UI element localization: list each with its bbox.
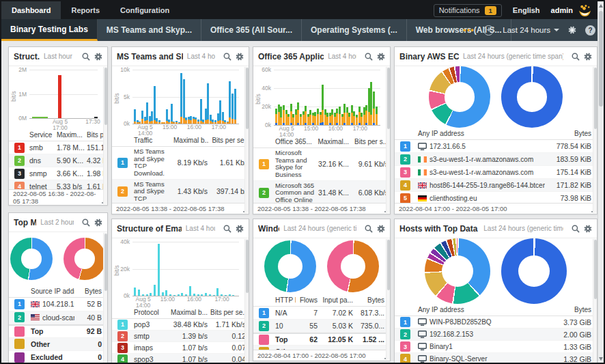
notifications-count-badge: 1 [485,6,496,15]
settings-gear-icon[interactable] [568,26,576,34]
table-row[interactable]: 5clienthosting.eu73.98 KiB [395,192,597,203]
widget-scrollbar-thumb[interactable] [104,68,107,125]
widget-scrollbar[interactable] [103,233,107,363]
page-scrollbar[interactable] [597,1,604,363]
table-row[interactable]: 4spop31.07 b/s0.0480 B [112,354,249,363]
dashboard-tab-3[interactable]: Operating Systems (... [302,19,407,41]
search-icon[interactable] [82,219,90,227]
widget-scrollbar[interactable] [386,67,390,213]
table-row[interactable]: Other0 [9,338,107,352]
dashboard-tab-1[interactable]: MS Teams and Skyp... [98,19,201,41]
table-row[interactable]: 4host86-144-255-19.range86-144.btcentral… [395,179,597,192]
widget-scrollbar[interactable] [244,239,249,363]
time-range-label: Last 24 hours (generic time span) [483,225,563,232]
table-row[interactable]: 2s3-eu-west-1-r-w.amazonaws.com183.59 Ki… [395,153,597,166]
widget-scrollbar[interactable] [103,67,107,204]
donut-hole [341,254,366,279]
row-label: MS Teams and Skype TCP Download. [132,148,172,178]
tab-overflow-menu[interactable]: ••• [463,26,475,34]
topbar-tab-reports[interactable]: Reports [61,1,110,19]
table-row[interactable]: 3Binary11.33 GiB [395,341,597,353]
global-time-range-select[interactable]: Last 24 hours [503,26,559,34]
widget-scrollbar-thumb[interactable] [594,240,597,299]
table-row[interactable]: 2dns5.90 K...4.32 K... [9,154,107,167]
table-row[interactable]: 4telnet5.33 b/s1.61 b/s [9,180,107,189]
table-row[interactable]: 1pop338.48 Kb/s1.71 Kb/s2.93 ... [112,319,249,331]
search-icon[interactable] [365,225,373,233]
gear-icon[interactable] [236,53,244,61]
table-row[interactable]: 3imaps1.07 b/s0.07120 B [112,342,249,354]
table-row[interactable]: 4Binary-SQL-Server1.32 GiB [395,353,597,363]
dashboard-tab-0[interactable]: Binary Testing Labs [1,19,98,41]
search-icon[interactable] [82,53,90,61]
gear-icon[interactable] [236,225,244,233]
table-row[interactable]: Top92 B [9,324,107,338]
widget-time-range-select[interactable]: Last hour [44,53,74,60]
widget-scrollbar-thumb[interactable] [594,68,597,129]
row-label: dns [28,156,55,165]
language-selector[interactable]: English [513,6,540,14]
table-row[interactable]: 3s3-eu-west-1-r-w.amazonaws.com175.14 Ki… [395,166,597,179]
widget-scrollbar-thumb[interactable] [246,240,249,293]
help-icon[interactable]: ? [585,25,595,36]
widget-time-range-select[interactable]: Last 4 hours [328,53,356,60]
gear-icon[interactable] [94,53,102,61]
chart-bar [317,70,319,125]
table-row[interactable]: 1172.31.66.5778.54 KiB [395,140,597,153]
widget-scrollbar-thumb[interactable] [387,240,390,290]
widget-scrollbar[interactable] [244,67,249,213]
notifications-button[interactable]: Notifications 1 [434,4,502,17]
topbar-tab-configuration[interactable]: Configuration [110,1,180,19]
widget-scrollbar-thumb[interactable] [104,234,107,291]
table-row[interactable]: 3snmp3.66 K...1.98 K... [9,167,107,180]
widget-scrollbar-thumb[interactable] [246,68,249,129]
scroll-up-arrow[interactable] [598,1,604,10]
table-row[interactable]: Excluded0 [9,351,107,363]
rank-badge: 4 [14,182,25,190]
gear-icon[interactable] [377,225,385,233]
widget-time-range-select[interactable]: Last 4 hours [187,53,215,60]
search-icon[interactable] [365,53,373,61]
table-row[interactable]: Top6212.05 K1.52 ... [253,333,390,346]
table-row[interactable]: 1Microsoft Teams and Skype for Business3… [253,148,390,181]
widget-table: ServiceMaxim...Bits pe...1smb1.78 M...15… [9,129,107,189]
user-menu[interactable]: admin [551,4,593,17]
search-icon[interactable] [223,53,231,61]
gear-icon[interactable] [94,219,102,227]
scroll-down-arrow[interactable] [598,354,604,363]
widget-time-range-select[interactable]: Last 2 hours [40,219,74,226]
widget-scrollbar[interactable] [593,239,597,363]
table-row[interactable]: 1smb1.78 M...151.16... [9,141,107,154]
table-row[interactable]: 1N/A77.02 K817.3... [253,307,390,320]
search-icon[interactable] [223,225,231,233]
table-row[interactable]: 1104.218.164.1252 B [9,298,107,311]
table-row[interactable]: 1MS Teams and Skype TCP Download.8.19 Kb… [112,147,249,180]
widget-scrollbar-thumb[interactable] [387,68,390,129]
chart-bar [363,70,365,125]
dashboard-tab-2[interactable]: Office 365 (All Sour... [201,19,302,41]
table-row[interactable]: 210555.03 K735.0... [253,320,390,333]
rank-cell: 1 [399,141,417,152]
table-row[interactable]: 2192.168.2.1532.00 GiB [395,328,597,341]
gear-icon[interactable] [584,53,592,61]
gear-icon[interactable] [377,53,385,61]
widget-time-range-select[interactable]: Last 24 hours (generic time span) [283,225,356,232]
gear-icon[interactable] [584,225,592,233]
table-row[interactable]: 2MS Teams and Skype TCP1.43 Kb/s397.14 b… [112,180,249,204]
table-row[interactable]: 2smtp1.39 b/s0.12216 B [112,331,249,342]
x-tick-label: 15:00 [163,124,177,130]
search-icon[interactable] [572,53,580,61]
table-row[interactable]: 2Microsoft 365 Common and Office Online3… [253,181,390,204]
table-row[interactable]: 2cloud-scanner-f...40 B [9,311,107,325]
widget-scrollbar[interactable] [593,67,597,213]
widget-scrollbar[interactable] [386,239,390,360]
topbar-tab-dashboard[interactable]: Dashboard [1,1,61,19]
add-tab-icon[interactable]: + [483,25,494,36]
page-scrollbar-thumb[interactable] [599,11,603,107]
widget-time-range-select[interactable]: Last 24 hours (generic time span) [483,225,563,232]
table-row[interactable]: 1WIN-P8JBD2852BQ3.73 GiB [395,316,597,328]
widget-time-range-select[interactable]: Last 4 hours [186,225,215,232]
label-text: Binary1 [430,343,453,350]
widget-time-range-select[interactable]: Last 24 hours (generic time span) [463,53,563,60]
search-icon[interactable] [572,225,580,233]
